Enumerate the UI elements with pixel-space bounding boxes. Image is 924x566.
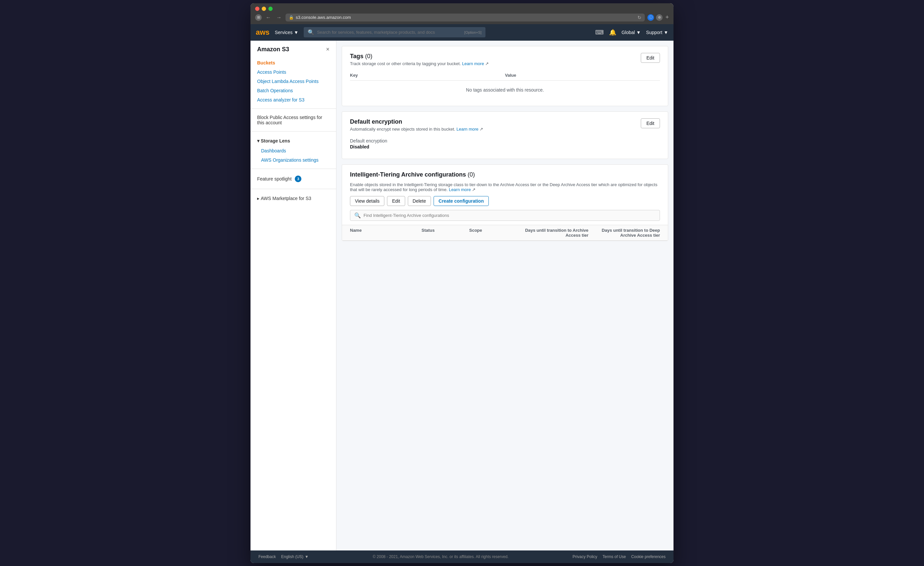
language-selector[interactable]: English (US) ▼ (281, 554, 309, 559)
sidebar-item-access-points[interactable]: Access Points (250, 68, 336, 77)
encryption-card-title: Default encryption (350, 119, 483, 125)
region-chevron-icon: ▼ (636, 30, 641, 35)
address-bar[interactable]: s3.console.aws.amazon.com (296, 15, 636, 20)
encryption-label: Default encryption (350, 138, 660, 144)
aws-logo: aws (256, 28, 270, 37)
it-col-status: Status (422, 228, 469, 238)
aws-search-bar[interactable]: 🔍 [Option+S] (304, 27, 486, 38)
tags-col-key: Key (350, 73, 505, 78)
sidebar-item-access-analyzer[interactable]: Access analyzer for S3 (250, 95, 336, 105)
storage-lens-arrow-icon: ▾ (257, 138, 260, 144)
encryption-learn-more-link[interactable]: Learn more (456, 127, 478, 132)
it-col-scope: Scope (469, 228, 517, 238)
support-chevron-icon: ▼ (664, 30, 668, 35)
language-chevron-icon: ▼ (305, 554, 309, 559)
encryption-external-link-icon: ↗ (480, 127, 483, 132)
sidebar-toggle-icon[interactable]: ⊞ (255, 14, 262, 21)
sidebar-item-batch-operations[interactable]: Batch Operations (250, 86, 336, 95)
tags-col-value: Value (505, 73, 660, 78)
back-button[interactable]: ← (264, 14, 272, 21)
sidebar: Amazon S3 × Buckets Access Points Object… (250, 41, 336, 551)
it-edit-button[interactable]: Edit (387, 196, 405, 206)
marketplace-arrow-icon: ▸ (257, 196, 260, 201)
search-icon: 🔍 (308, 29, 314, 35)
it-learn-more-link[interactable]: Learn more (449, 187, 471, 192)
it-view-details-button[interactable]: View details (350, 196, 384, 206)
sidebar-close-button[interactable]: × (326, 46, 330, 53)
tags-external-link-icon: ↗ (485, 61, 489, 66)
region-menu[interactable]: Global ▼ (622, 30, 641, 35)
it-count: (0) (468, 171, 475, 178)
services-label: Services (275, 30, 293, 35)
encryption-value: Disabled (350, 144, 660, 149)
forward-button[interactable]: → (275, 14, 283, 21)
sidebar-item-aws-org-settings[interactable]: AWS Organizations settings (250, 155, 336, 165)
aws-logo-text: aws (256, 28, 270, 37)
sidebar-aws-marketplace[interactable]: ▸ AWS Marketplace for S3 (250, 193, 336, 204)
sidebar-divider-2 (250, 131, 336, 132)
it-search-icon: 🔍 (354, 212, 361, 219)
it-col-days2: Days until transition to Deep Archive Ac… (589, 228, 660, 238)
sidebar-item-object-lambda[interactable]: Object Lambda Access Points (250, 77, 336, 86)
it-title-text: Intelligent-Tiering Archive configuratio… (350, 171, 466, 178)
sidebar-divider-4 (250, 189, 336, 189)
sidebar-item-buckets[interactable]: Buckets (250, 58, 336, 68)
extension-icon-1[interactable]: ⓘ (647, 14, 654, 21)
minimize-window-dot[interactable] (262, 7, 266, 11)
it-delete-button[interactable]: Delete (408, 196, 431, 206)
sidebar-title: Amazon S3 (257, 46, 289, 53)
sidebar-item-block-public-access[interactable]: Block Public Access settings for this ac… (250, 113, 336, 127)
close-window-dot[interactable] (255, 7, 260, 11)
services-chevron-icon: ▼ (294, 30, 298, 35)
bell-icon[interactable]: 🔔 (609, 29, 616, 36)
lock-icon: 🔒 (289, 15, 294, 20)
refresh-button[interactable]: ↻ (638, 15, 642, 20)
feedback-link[interactable]: Feedback (258, 554, 276, 559)
tags-no-data: No tags associated with this resource. (350, 81, 660, 99)
it-external-link-icon: ↗ (472, 187, 476, 192)
services-menu[interactable]: Services ▼ (275, 30, 299, 35)
new-tab-button[interactable]: + (665, 14, 669, 21)
it-create-config-button[interactable]: Create configuration (434, 196, 489, 206)
encryption-edit-button[interactable]: Edit (641, 119, 660, 128)
encryption-card-subtitle: Automatically encrypt new objects stored… (350, 127, 483, 132)
support-label: Support (646, 30, 662, 35)
tags-edit-button[interactable]: Edit (641, 53, 660, 63)
it-card-title: Intelligent-Tiering Archive configuratio… (350, 171, 475, 178)
sidebar-item-dashboards[interactable]: Dashboards (250, 146, 336, 155)
support-menu[interactable]: Support ▼ (646, 30, 668, 35)
region-label: Global (622, 30, 635, 35)
it-col-days1: Days until transition to Archive Access … (517, 228, 588, 238)
maximize-window-dot[interactable] (268, 7, 273, 11)
cookie-preferences-link[interactable]: Cookie preferences (631, 554, 666, 559)
it-subtitle-text: Enable objects stored in the Intelligent… (350, 182, 657, 192)
tags-card: Tags (0) Track storage cost or other cri… (342, 46, 668, 106)
it-card-subtitle: Enable objects stored in the Intelligent… (342, 182, 668, 196)
footer: Feedback English (US) ▼ © 2008 - 2021, A… (250, 551, 674, 563)
feature-spotlight-badge: 3 (295, 176, 302, 182)
tags-subtitle-text: Track storage cost or other criteria by … (350, 61, 461, 66)
content-area: Tags (0) Track storage cost or other cri… (336, 41, 674, 551)
copyright-text: © 2008 - 2021, Amazon Web Services, Inc.… (373, 554, 508, 559)
it-col-name: Name (350, 228, 422, 238)
storage-lens-label: Storage Lens (261, 138, 290, 144)
tags-title-text: Tags (350, 53, 363, 60)
it-card: Intelligent-Tiering Archive configuratio… (342, 164, 668, 241)
terminal-icon[interactable]: ⌨ (595, 29, 604, 36)
extension-icon-2[interactable]: ⊛ (656, 14, 663, 21)
sidebar-feature-spotlight[interactable]: Feature spotlight 3 (250, 173, 336, 185)
sidebar-storage-lens-toggle[interactable]: ▾ Storage Lens (250, 135, 336, 146)
encryption-card: Default encryption Automatically encrypt… (342, 111, 668, 159)
tags-learn-more-link[interactable]: Learn more (462, 61, 484, 66)
tags-count: (0) (365, 53, 372, 60)
privacy-policy-link[interactable]: Privacy Policy (573, 554, 597, 559)
terms-of-use-link[interactable]: Terms of Use (603, 554, 626, 559)
language-label: English (US) (281, 554, 303, 559)
marketplace-label: AWS Marketplace for S3 (261, 196, 311, 201)
sidebar-divider-1 (250, 108, 336, 109)
search-input[interactable] (317, 30, 462, 35)
encryption-subtitle-text: Automatically encrypt new objects stored… (350, 127, 455, 132)
tags-card-title: Tags (0) (350, 53, 489, 60)
it-search-input[interactable] (363, 213, 656, 218)
sidebar-nav: Buckets Access Points Object Lambda Acce… (250, 58, 336, 204)
